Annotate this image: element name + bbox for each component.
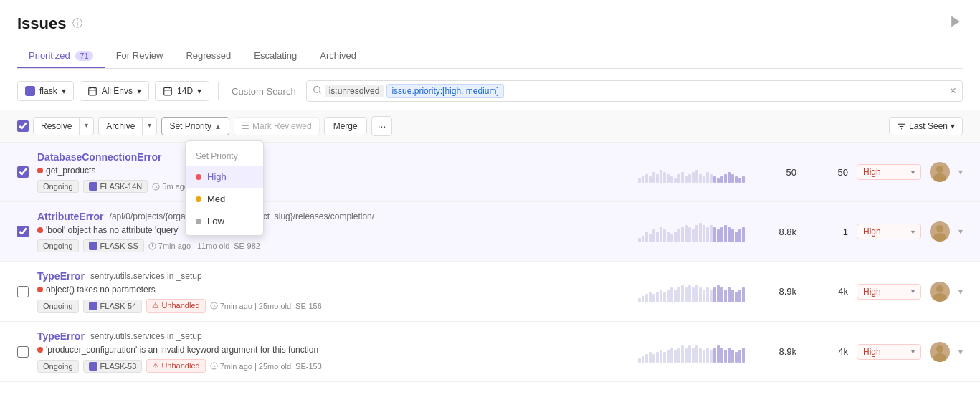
svg-rect-5 (164, 87, 172, 95)
sparkline-bar (692, 287, 695, 302)
sparkline-bar (724, 350, 727, 363)
priority-badge[interactable]: High ▾ (857, 344, 921, 360)
table-row: TypeError sentry.utils.services in _setu… (0, 262, 980, 322)
priority-label: High (863, 347, 881, 357)
info-icon[interactable]: ⓘ (72, 17, 82, 30)
priority-badge[interactable]: High ▾ (857, 284, 921, 300)
sparkline-bar (645, 232, 648, 242)
issue-checkbox[interactable] (17, 166, 29, 178)
issue-tags: OngoingFLASK-54⚠ Unhandled7min ago | 25m… (37, 299, 607, 313)
priority-caret-icon: ▾ (911, 287, 915, 295)
env-filter[interactable]: All Envs ▾ (80, 81, 149, 101)
expand-icon[interactable]: ▾ (958, 347, 963, 357)
issue-checkbox[interactable] (17, 286, 29, 297)
archive-button[interactable]: Archive (99, 118, 143, 135)
issue-checkbox[interactable] (17, 226, 29, 237)
sparkline-bar (695, 285, 698, 302)
sparkline-bar (717, 285, 720, 302)
issue-title[interactable]: TypeError (37, 270, 85, 282)
issue-id: SE-156 (295, 302, 322, 310)
sparkline-bar (638, 358, 641, 363)
issue-title[interactable]: AttributeError (37, 211, 104, 222)
tabs-nav: Prioritized 71 For Review Regressed Esca… (17, 44, 963, 69)
events-count: 8.8k (753, 226, 796, 237)
sparkline-bar (703, 290, 705, 302)
tab-archived[interactable]: Archived (308, 44, 368, 68)
archive-dropdown-arrow[interactable]: ▾ (143, 118, 156, 135)
sparkline-bar (720, 227, 723, 242)
expand-icon[interactable]: ▾ (958, 167, 963, 177)
sparkline (638, 281, 745, 302)
issue-title-row: DatabaseConnectionError (37, 151, 607, 163)
sparkline-bar (742, 287, 745, 302)
sparkline-bar (681, 345, 684, 363)
issue-title-row: TypeError sentry.utils.services in _setu… (37, 330, 607, 342)
stream-icon[interactable] (948, 14, 963, 29)
med-priority-dot (196, 196, 201, 202)
sparkline-bar (735, 232, 738, 242)
issue-tags: OngoingFLASK-53⚠ Unhandled7min ago | 25m… (37, 359, 607, 373)
resolve-dropdown-arrow[interactable]: ▾ (80, 118, 93, 135)
tab-prioritized[interactable]: Prioritized 71 (17, 44, 105, 68)
sparkline-bar (735, 176, 738, 183)
priority-label: High (863, 167, 881, 177)
sparkline-chart (616, 281, 745, 302)
sparkline-bar (638, 298, 641, 302)
priority-badge[interactable]: High ▾ (857, 164, 921, 180)
sort-button[interactable]: Last Seen ▾ (889, 117, 963, 135)
chevron-up-icon: ▲ (214, 123, 222, 130)
sparkline-bar (681, 227, 684, 242)
sparkline-bar (677, 229, 680, 242)
sparkline-bar (692, 172, 695, 183)
issue-title[interactable]: DatabaseConnectionError (37, 151, 161, 163)
sparkline (638, 221, 745, 242)
avatar (930, 342, 950, 362)
select-all-checkbox[interactable] (17, 120, 29, 132)
status-tag: Ongoing (37, 239, 79, 252)
search-tag-unresolved[interactable]: is:unresolved (325, 85, 384, 97)
priority-option-med[interactable]: Med (186, 188, 263, 210)
status-tag: Ongoing (37, 360, 79, 373)
users-count: 50 (805, 167, 848, 178)
table-row: DatabaseConnectionError get_products Ong… (0, 143, 980, 202)
header: Issues ⓘ Prioritized 71 For Review Regre… (0, 0, 980, 69)
sparkline-bar (649, 352, 652, 363)
tab-regressed[interactable]: Regressed (174, 44, 242, 68)
search-tag-priority[interactable]: issue.priority:[high, medium] (386, 84, 503, 98)
sparkline-bar (717, 178, 720, 183)
sparkline-bar (667, 350, 670, 363)
merge-button[interactable]: Merge (324, 117, 367, 135)
issue-checkbox[interactable] (17, 346, 29, 358)
sparkline-bar (703, 225, 705, 242)
mark-reviewed-icon: ☰ (242, 121, 249, 131)
sparkline-bar (706, 227, 709, 242)
resolve-button-group: Resolve ▾ (33, 117, 94, 135)
sparkline-bar (667, 232, 670, 242)
set-priority-button[interactable]: Set Priority ▲ (161, 117, 229, 135)
tab-escalating[interactable]: Escalating (242, 44, 308, 68)
sparkline-bar (710, 225, 713, 242)
search-clear-button[interactable]: × (950, 85, 956, 97)
issue-content: DatabaseConnectionError get_products Ong… (37, 151, 607, 193)
sparkline-bar (731, 350, 734, 363)
sparkline-bar (645, 174, 648, 183)
search-container: is:unresolved issue.priority:[high, medi… (306, 80, 963, 102)
priority-option-high[interactable]: High (186, 166, 263, 188)
page-header: Issues ⓘ (17, 14, 963, 33)
mark-reviewed-button[interactable]: ☰ Mark Reviewed (234, 117, 320, 135)
period-filter[interactable]: 14D ▾ (155, 81, 209, 101)
priority-caret-icon: ▾ (911, 228, 915, 236)
issue-title[interactable]: TypeError (37, 330, 85, 342)
tab-for-review[interactable]: For Review (105, 44, 175, 68)
sparkline-bar (685, 176, 688, 183)
more-options-button[interactable]: ··· (371, 116, 393, 136)
priority-option-low[interactable]: Low (186, 210, 263, 232)
issue-subtitle: get_products (37, 166, 607, 176)
resolve-button[interactable]: Resolve (34, 118, 80, 135)
expand-icon[interactable]: ▾ (958, 287, 963, 297)
expand-icon[interactable]: ▾ (958, 226, 963, 237)
project-filter[interactable]: flask ▾ (17, 81, 74, 101)
priority-badge[interactable]: High ▾ (857, 224, 921, 239)
sparkline-bar (649, 292, 652, 302)
sparkline-bar (685, 225, 688, 242)
